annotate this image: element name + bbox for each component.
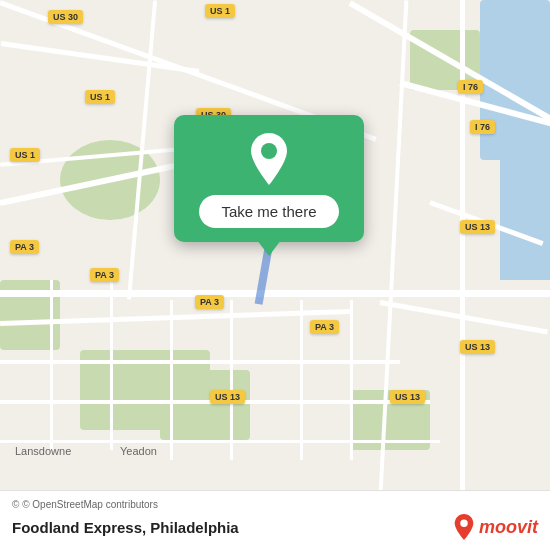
place-name: Foodland Express, Philadelphia xyxy=(12,519,239,536)
city-label-yeadon: Yeadon xyxy=(120,445,157,457)
svg-point-1 xyxy=(460,520,467,527)
location-icon-wrapper xyxy=(243,133,295,185)
moovit-logo: moovit xyxy=(453,514,538,540)
take-me-there-button[interactable]: Take me there xyxy=(199,195,338,228)
road-h1 xyxy=(1,41,200,74)
moovit-text: moovit xyxy=(479,517,538,538)
bottom-bar: © © OpenStreetMap contributors Foodland … xyxy=(0,490,550,550)
road-vert-a xyxy=(50,280,53,450)
road-vert-e xyxy=(300,300,303,460)
road-grid3 xyxy=(0,440,440,443)
road-vert-d xyxy=(230,300,233,460)
attribution: © © OpenStreetMap contributors xyxy=(12,499,538,510)
road-pa3 xyxy=(0,290,550,297)
label-us13-bot: US 13 xyxy=(210,390,245,404)
label-pa3-left: PA 3 xyxy=(10,240,39,254)
location-pin-icon xyxy=(247,133,291,185)
label-us13-right2: US 13 xyxy=(460,340,495,354)
map-container: US 30 US 1 US 1 US 1 US 30 I 76 I 76 US … xyxy=(0,0,550,550)
popup-card: Take me there xyxy=(174,115,364,242)
label-pa3-mid2: PA 3 xyxy=(310,320,339,334)
svg-point-0 xyxy=(261,143,277,159)
place-name-row: Foodland Express, Philadelphia moovit xyxy=(12,514,538,540)
label-us30-top: US 30 xyxy=(48,10,83,24)
label-us1-top: US 1 xyxy=(205,4,235,18)
label-pa3-mid: PA 3 xyxy=(195,295,224,309)
label-pa3-left2: PA 3 xyxy=(90,268,119,282)
road-vert-c xyxy=(170,300,173,460)
moovit-pin-icon xyxy=(453,514,475,540)
label-i76-right2: I 76 xyxy=(470,120,495,134)
road-vert-b xyxy=(110,280,113,450)
green-area-5 xyxy=(160,370,250,440)
label-us1-left2: US 1 xyxy=(10,148,40,162)
label-i76-right: I 76 xyxy=(458,80,483,94)
city-label-lansdowne: Lansdowne xyxy=(15,445,71,457)
attribution-text: © OpenStreetMap contributors xyxy=(22,499,158,510)
label-us13-right: US 13 xyxy=(460,220,495,234)
copyright-symbol: © xyxy=(12,499,19,510)
label-us13-right3: US 13 xyxy=(390,390,425,404)
label-us1-left: US 1 xyxy=(85,90,115,104)
road-grid1 xyxy=(0,360,400,364)
road-vert-f xyxy=(350,300,353,460)
